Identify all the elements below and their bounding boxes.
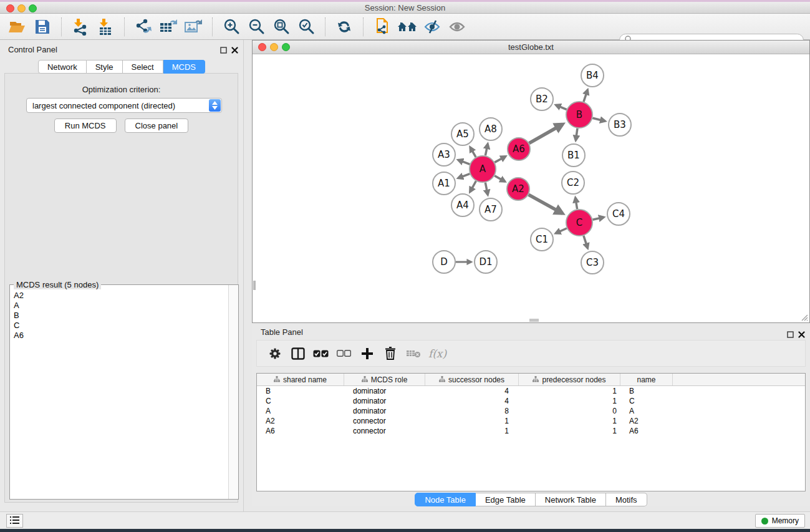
graph-node-C4[interactable]: C4	[607, 203, 630, 225]
network-graph[interactable]: B4B2BB3A8A5A6A3B1AA1C2A2A4A7C4CC1C3DD1	[253, 55, 809, 322]
edge-B-B1[interactable]	[576, 128, 577, 140]
edge-A2-C[interactable]	[529, 195, 562, 213]
open-file-icon[interactable]	[5, 17, 30, 37]
edge-A-A1[interactable]	[458, 174, 470, 178]
refresh-icon[interactable]	[332, 17, 357, 37]
run-mcds-button[interactable]: Run MCDS	[54, 118, 117, 133]
column-header-successor-nodes[interactable]: successor nodes	[425, 374, 519, 385]
deselect-all-icon[interactable]	[332, 344, 355, 363]
hide-graphics-details-icon[interactable]	[420, 17, 445, 37]
column-header-MCDS-role[interactable]: MCDS role	[344, 374, 425, 385]
edge-B-B2[interactable]	[556, 105, 566, 109]
graph-node-A4[interactable]: A4	[451, 194, 474, 216]
result-scrollbar[interactable]	[228, 285, 238, 499]
table-row[interactable]: A2connector11A2	[257, 416, 805, 426]
delete-row-icon[interactable]	[378, 344, 402, 363]
table-row[interactable]: Cdominator41C	[257, 396, 805, 406]
graph-node-A1[interactable]: A1	[433, 172, 455, 195]
tab-node-table[interactable]: Node Table	[415, 493, 476, 506]
edge-A-A6[interactable]	[494, 157, 505, 163]
tab-motifs[interactable]: Motifs	[606, 493, 647, 506]
save-session-icon[interactable]	[30, 17, 55, 37]
column-header-shared-name[interactable]: shared name	[257, 374, 344, 385]
open-session-from-file-icon[interactable]	[370, 17, 395, 37]
export-network-icon[interactable]	[131, 17, 156, 37]
close-panel-button[interactable]: Close panel	[125, 118, 189, 133]
memory-button[interactable]: Memory	[755, 514, 805, 528]
import-network-icon[interactable]	[68, 17, 93, 37]
edge-A-A3[interactable]	[458, 160, 470, 164]
edge-A-A4[interactable]	[470, 181, 476, 191]
edge-A6-B[interactable]	[529, 124, 563, 143]
column-header-name[interactable]: name	[620, 374, 673, 385]
add-row-icon[interactable]	[355, 344, 378, 363]
zoom-fit-icon[interactable]	[269, 17, 294, 37]
mcds-result-list[interactable]: A2ABCA6	[11, 288, 228, 498]
graph-node-A3[interactable]: A3	[433, 143, 455, 166]
tab-network-table[interactable]: Network Table	[536, 493, 606, 506]
edge-A-A7[interactable]	[485, 183, 488, 195]
graph-node-A5[interactable]: A5	[451, 123, 474, 145]
column-header-predecessor-nodes[interactable]: predecessor nodes	[519, 374, 620, 385]
graph-node-A2[interactable]: A2	[507, 178, 529, 200]
table-settings-icon[interactable]	[263, 344, 286, 363]
graph-node-A8[interactable]: A8	[480, 118, 502, 140]
mcds-result-item[interactable]: B	[14, 311, 228, 321]
float-table-panel-icon[interactable]	[787, 329, 794, 341]
graph-node-C2[interactable]: C2	[562, 172, 584, 194]
edge-B-B3[interactable]	[592, 118, 605, 121]
import-table-icon[interactable]	[93, 17, 118, 37]
tab-select[interactable]: Select	[123, 60, 163, 74]
close-panel-icon[interactable]	[231, 45, 238, 56]
graph-node-A7[interactable]: A7	[480, 198, 502, 221]
export-image-icon[interactable]	[181, 17, 206, 37]
tab-network[interactable]: Network	[38, 60, 87, 74]
graph-node-B1[interactable]: B1	[562, 144, 585, 167]
graph-node-A6[interactable]: A6	[508, 138, 530, 160]
horizontal-scroll-thumb[interactable]	[529, 319, 539, 322]
edge-C-C4[interactable]	[592, 217, 604, 220]
graph-node-B3[interactable]: B3	[609, 114, 631, 136]
mcds-result-item[interactable]: A6	[14, 331, 228, 341]
apply-preferred-layout-icon[interactable]	[395, 17, 420, 37]
edge-A-A5[interactable]	[470, 147, 476, 157]
edge-A-A8[interactable]	[485, 144, 488, 156]
graph-node-C3[interactable]: C3	[581, 251, 604, 274]
table-row[interactable]: Adominator80A	[257, 406, 805, 416]
close-table-panel-icon[interactable]	[798, 329, 805, 341]
resize-grip[interactable]	[799, 312, 808, 321]
graph-node-A[interactable]: A	[470, 156, 496, 182]
graph-node-B4[interactable]: B4	[581, 64, 604, 87]
graph-node-D[interactable]: D	[433, 251, 455, 273]
edge-A-A2[interactable]	[494, 176, 505, 181]
graph-node-C1[interactable]: C1	[531, 228, 553, 251]
network-window-titlebar[interactable]: testGlobe.txt	[253, 41, 809, 54]
table-row[interactable]: A6connector11A6	[257, 426, 805, 436]
select-all-icon[interactable]	[309, 344, 332, 363]
tab-edge-table[interactable]: Edge Table	[476, 493, 536, 506]
vertical-scroll-thumb[interactable]	[253, 281, 256, 290]
table-row[interactable]: Bdominator41B	[257, 386, 805, 396]
show-columns-icon[interactable]	[286, 344, 309, 363]
graph-node-B2[interactable]: B2	[531, 88, 553, 110]
tab-style[interactable]: Style	[87, 60, 123, 74]
criterion-select[interactable]: largest connected component (directed)	[26, 98, 222, 113]
zoom-selected-icon[interactable]	[294, 17, 319, 37]
edge-C-C1[interactable]	[556, 228, 567, 233]
mcds-result-item[interactable]: A	[14, 301, 228, 311]
edge-C-C3[interactable]	[584, 236, 588, 248]
task-history-button[interactable]	[6, 514, 23, 528]
zoom-in-icon[interactable]	[219, 17, 244, 37]
show-graphics-details-icon[interactable]	[445, 17, 470, 37]
mcds-result-item[interactable]: A2	[14, 291, 228, 301]
graph-node-D1[interactable]: D1	[475, 251, 497, 273]
edge-C-C2[interactable]	[576, 198, 577, 209]
mcds-result-item[interactable]: C	[14, 321, 228, 331]
graph-node-C[interactable]: C	[566, 210, 592, 236]
edge-B-B4[interactable]	[584, 90, 587, 102]
export-table-icon[interactable]	[156, 17, 181, 37]
zoom-out-icon[interactable]	[244, 17, 269, 37]
network-canvas[interactable]: B4B2BB3A8A5A6A3B1AA1C2A2A4A7C4CC1C3DD1	[253, 55, 809, 322]
graph-node-B[interactable]: B	[566, 102, 592, 128]
tab-mcds[interactable]: MCDS	[163, 60, 205, 74]
